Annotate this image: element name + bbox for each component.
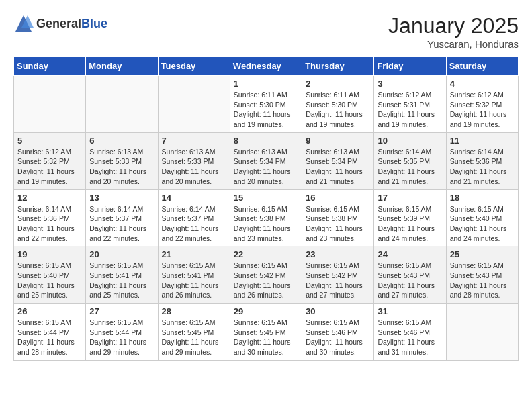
day-number: 28 xyxy=(162,306,226,316)
day-number: 12 xyxy=(17,193,82,203)
day-number: 9 xyxy=(306,136,370,146)
calendar-day-cell: 10Sunrise: 6:14 AMSunset: 5:35 PMDayligh… xyxy=(374,132,446,189)
calendar-table: SundayMondayTuesdayWednesdayThursdayFrid… xyxy=(13,56,519,361)
day-info: Sunrise: 6:15 AMSunset: 5:46 PMDaylight:… xyxy=(306,318,370,357)
day-info: Sunrise: 6:15 AMSunset: 5:40 PMDaylight:… xyxy=(450,204,515,244)
calendar-day-cell: 9Sunrise: 6:13 AMSunset: 5:34 PMDaylight… xyxy=(302,132,374,189)
day-info: Sunrise: 6:12 AMSunset: 5:32 PMDaylight:… xyxy=(450,90,515,130)
day-number: 19 xyxy=(17,249,82,259)
day-number: 4 xyxy=(450,79,515,89)
day-info: Sunrise: 6:15 AMSunset: 5:44 PMDaylight:… xyxy=(89,318,154,357)
calendar-week-row: 19Sunrise: 6:15 AMSunset: 5:40 PMDayligh… xyxy=(14,246,519,304)
weekday-header-monday: Monday xyxy=(86,57,158,76)
day-number: 1 xyxy=(234,79,298,89)
title-block: January 2025 Yuscaran, Honduras xyxy=(388,13,519,50)
day-number: 10 xyxy=(378,136,442,146)
day-number: 22 xyxy=(234,249,298,259)
calendar-day-cell: 6Sunrise: 6:13 AMSunset: 5:33 PMDaylight… xyxy=(86,132,158,189)
calendar-day-cell: 27Sunrise: 6:15 AMSunset: 5:44 PMDayligh… xyxy=(86,304,158,361)
day-info: Sunrise: 6:13 AMSunset: 5:34 PMDaylight:… xyxy=(306,147,370,187)
day-number: 24 xyxy=(378,249,442,259)
day-info: Sunrise: 6:13 AMSunset: 5:33 PMDaylight:… xyxy=(162,147,226,187)
day-info: Sunrise: 6:15 AMSunset: 5:42 PMDaylight:… xyxy=(306,261,370,300)
day-info: Sunrise: 6:15 AMSunset: 5:38 PMDaylight:… xyxy=(306,204,370,244)
calendar-day-cell: 3Sunrise: 6:12 AMSunset: 5:31 PMDaylight… xyxy=(374,76,446,133)
location-title: Yuscaran, Honduras xyxy=(388,38,519,50)
day-number: 6 xyxy=(89,136,154,146)
day-number: 15 xyxy=(234,193,298,203)
day-info: Sunrise: 6:15 AMSunset: 5:38 PMDaylight:… xyxy=(234,204,298,244)
calendar-day-cell: 1Sunrise: 6:11 AMSunset: 5:30 PMDaylight… xyxy=(230,76,302,133)
day-info: Sunrise: 6:14 AMSunset: 5:36 PMDaylight:… xyxy=(17,204,82,244)
calendar-day-cell: 28Sunrise: 6:15 AMSunset: 5:45 PMDayligh… xyxy=(158,304,230,361)
day-info: Sunrise: 6:13 AMSunset: 5:33 PMDaylight:… xyxy=(89,147,154,187)
weekday-header-saturday: Saturday xyxy=(446,57,518,76)
day-number: 31 xyxy=(378,306,442,316)
day-info: Sunrise: 6:13 AMSunset: 5:34 PMDaylight:… xyxy=(234,147,298,187)
calendar-day-cell: 30Sunrise: 6:15 AMSunset: 5:46 PMDayligh… xyxy=(302,304,374,361)
calendar-day-cell: 20Sunrise: 6:15 AMSunset: 5:41 PMDayligh… xyxy=(86,246,158,304)
calendar-day-cell xyxy=(86,76,158,133)
calendar-day-cell: 15Sunrise: 6:15 AMSunset: 5:38 PMDayligh… xyxy=(230,189,302,246)
day-number: 25 xyxy=(450,249,515,259)
calendar-day-cell: 2Sunrise: 6:11 AMSunset: 5:30 PMDaylight… xyxy=(302,76,374,133)
day-number: 29 xyxy=(234,306,298,316)
calendar-day-cell: 7Sunrise: 6:13 AMSunset: 5:33 PMDaylight… xyxy=(158,132,230,189)
calendar-day-cell: 22Sunrise: 6:15 AMSunset: 5:42 PMDayligh… xyxy=(230,246,302,304)
day-number: 20 xyxy=(89,249,154,259)
day-info: Sunrise: 6:15 AMSunset: 5:43 PMDaylight:… xyxy=(450,261,515,300)
logo: GeneralBlue xyxy=(13,13,107,34)
day-info: Sunrise: 6:15 AMSunset: 5:41 PMDaylight:… xyxy=(89,261,154,300)
calendar-day-cell xyxy=(446,304,518,361)
calendar-day-cell: 18Sunrise: 6:15 AMSunset: 5:40 PMDayligh… xyxy=(446,189,518,246)
day-number: 13 xyxy=(89,193,154,203)
logo-general: GeneralBlue xyxy=(36,17,107,30)
weekday-header-tuesday: Tuesday xyxy=(158,57,230,76)
day-info: Sunrise: 6:15 AMSunset: 5:43 PMDaylight:… xyxy=(378,261,442,300)
month-title: January 2025 xyxy=(388,13,519,38)
day-info: Sunrise: 6:11 AMSunset: 5:30 PMDaylight:… xyxy=(234,90,298,130)
day-info: Sunrise: 6:15 AMSunset: 5:41 PMDaylight:… xyxy=(162,261,226,300)
day-info: Sunrise: 6:15 AMSunset: 5:39 PMDaylight:… xyxy=(378,204,442,244)
day-number: 2 xyxy=(306,79,370,89)
calendar-day-cell: 12Sunrise: 6:14 AMSunset: 5:36 PMDayligh… xyxy=(14,189,86,246)
calendar-week-row: 26Sunrise: 6:15 AMSunset: 5:44 PMDayligh… xyxy=(14,304,519,361)
day-info: Sunrise: 6:15 AMSunset: 5:45 PMDaylight:… xyxy=(234,318,298,357)
calendar-day-cell: 23Sunrise: 6:15 AMSunset: 5:42 PMDayligh… xyxy=(302,246,374,304)
day-number: 5 xyxy=(17,136,82,146)
calendar-day-cell: 11Sunrise: 6:14 AMSunset: 5:36 PMDayligh… xyxy=(446,132,518,189)
calendar-day-cell: 8Sunrise: 6:13 AMSunset: 5:34 PMDaylight… xyxy=(230,132,302,189)
day-info: Sunrise: 6:15 AMSunset: 5:42 PMDaylight:… xyxy=(234,261,298,300)
day-info: Sunrise: 6:15 AMSunset: 5:46 PMDaylight:… xyxy=(378,318,442,357)
day-number: 18 xyxy=(450,193,515,203)
logo-icon xyxy=(13,13,34,34)
calendar-week-row: 12Sunrise: 6:14 AMSunset: 5:36 PMDayligh… xyxy=(14,189,519,246)
weekday-header-sunday: Sunday xyxy=(14,57,86,76)
day-number: 14 xyxy=(162,193,226,203)
day-number: 26 xyxy=(17,306,82,316)
calendar-day-cell: 26Sunrise: 6:15 AMSunset: 5:44 PMDayligh… xyxy=(14,304,86,361)
day-info: Sunrise: 6:12 AMSunset: 5:31 PMDaylight:… xyxy=(378,90,442,130)
calendar-day-cell: 4Sunrise: 6:12 AMSunset: 5:32 PMDaylight… xyxy=(446,76,518,133)
page-header: GeneralBlue January 2025 Yuscaran, Hondu… xyxy=(13,13,519,50)
day-number: 7 xyxy=(162,136,226,146)
day-number: 27 xyxy=(89,306,154,316)
weekday-header-friday: Friday xyxy=(374,57,446,76)
day-number: 17 xyxy=(378,193,442,203)
calendar-day-cell: 14Sunrise: 6:14 AMSunset: 5:37 PMDayligh… xyxy=(158,189,230,246)
day-number: 11 xyxy=(450,136,515,146)
day-info: Sunrise: 6:15 AMSunset: 5:44 PMDaylight:… xyxy=(17,318,82,357)
calendar-day-cell: 19Sunrise: 6:15 AMSunset: 5:40 PMDayligh… xyxy=(14,246,86,304)
day-number: 23 xyxy=(306,249,370,259)
calendar-day-cell: 17Sunrise: 6:15 AMSunset: 5:39 PMDayligh… xyxy=(374,189,446,246)
calendar-header-row: SundayMondayTuesdayWednesdayThursdayFrid… xyxy=(14,57,519,76)
day-info: Sunrise: 6:12 AMSunset: 5:32 PMDaylight:… xyxy=(17,147,82,187)
calendar-day-cell: 5Sunrise: 6:12 AMSunset: 5:32 PMDaylight… xyxy=(14,132,86,189)
day-number: 3 xyxy=(378,79,442,89)
day-info: Sunrise: 6:14 AMSunset: 5:37 PMDaylight:… xyxy=(162,204,226,244)
day-info: Sunrise: 6:14 AMSunset: 5:37 PMDaylight:… xyxy=(89,204,154,244)
day-info: Sunrise: 6:14 AMSunset: 5:36 PMDaylight:… xyxy=(450,147,515,187)
calendar-day-cell xyxy=(14,76,86,133)
calendar-week-row: 1Sunrise: 6:11 AMSunset: 5:30 PMDaylight… xyxy=(14,76,519,133)
calendar-day-cell: 24Sunrise: 6:15 AMSunset: 5:43 PMDayligh… xyxy=(374,246,446,304)
